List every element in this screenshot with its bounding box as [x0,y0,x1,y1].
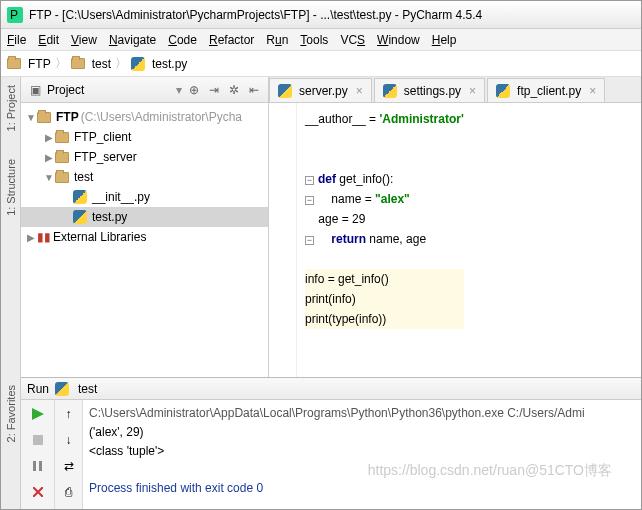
console-line: ('alex', 29) [89,425,144,439]
run-panel: Run test ↑ ↓ ⇄ ⎙ C:\Users\Administrator\… [21,377,641,509]
menu-window[interactable]: Window [377,33,420,47]
tab-label: ftp_client.py [517,84,581,98]
folder-icon [37,112,51,123]
tree-item[interactable]: ▶ FTP_client [21,127,268,147]
tree-item[interactable]: ▶ FTP_server [21,147,268,167]
menu-navigate[interactable]: Navigate [109,33,156,47]
breadcrumb-item[interactable]: test.py [152,57,187,71]
run-label: Run [27,382,49,396]
left-tool-tabs-bottom: 2: Favorites [1,377,21,509]
python-file-icon [73,210,87,224]
code-content[interactable]: __author__ = 'Administrator' −def get_in… [297,103,472,377]
main-area: 1: Project 1: Structure ▣ Project ▾ ⊕ ⇥ … [1,77,641,377]
window-title: FTP - [C:\Users\Administrator\PycharmPro… [29,8,482,22]
close-icon[interactable]: × [469,84,476,98]
console-line: <class 'tuple'> [89,444,164,458]
menu-file[interactable]: File [7,33,26,47]
svg-rect-3 [33,435,43,445]
close-icon[interactable]: × [356,84,363,98]
breadcrumb-item[interactable]: test [92,57,111,71]
chevron-icon: 〉 [115,55,127,72]
editor-tab[interactable]: settings.py× [374,78,485,102]
wrap-icon[interactable]: ⇄ [58,456,80,476]
collapse-icon[interactable]: ⇥ [206,82,222,98]
python-file-icon [496,84,510,98]
tree-item[interactable]: __init__.py [21,187,268,207]
close-button[interactable] [27,482,49,502]
svg-text:P: P [10,8,18,22]
folder-icon [55,172,69,183]
up-icon[interactable]: ↑ [58,404,80,424]
library-icon: ▮▮ [37,230,51,244]
side-tab-project[interactable]: 1: Project [3,81,19,135]
fold-icon[interactable]: − [305,196,314,205]
python-file-icon [278,84,292,98]
project-header: ▣ Project ▾ ⊕ ⇥ ✲ ⇤ [21,77,268,103]
menu-run[interactable]: Run [266,33,288,47]
breadcrumb: FTP 〉 test 〉 test.py [1,51,641,77]
tree-label: FTP_server [74,150,137,164]
dropdown-icon[interactable]: ▾ [176,83,182,97]
tree-item-selected[interactable]: test.py [21,207,268,227]
project-pane: ▣ Project ▾ ⊕ ⇥ ✲ ⇤ ▼ FTP (C:\Users\Admi… [21,77,269,377]
project-view-icon[interactable]: ▣ [27,82,43,98]
pause-button[interactable] [27,456,49,476]
editor-tab[interactable]: server.py× [269,78,372,102]
tree-root[interactable]: ▼ FTP (C:\Users\Administrator\Pycha [21,107,268,127]
menu-refactor[interactable]: Refactor [209,33,254,47]
run-button[interactable] [27,404,49,424]
target-icon[interactable]: ⊕ [186,82,202,98]
folder-icon [7,58,21,69]
console-output[interactable]: C:\Users\Administrator\AppData\Local\Pro… [83,400,641,509]
folder-icon [71,58,85,69]
menu-edit[interactable]: Edit [38,33,59,47]
down-icon[interactable]: ↓ [58,430,80,450]
svg-rect-5 [39,461,42,471]
run-config: test [78,382,97,396]
console-line: C:\Users\Administrator\AppData\Local\Pro… [89,406,585,420]
tree-item[interactable]: ▶ ▮▮ External Libraries [21,227,268,247]
tree-label: External Libraries [53,230,146,244]
tab-label: settings.py [404,84,461,98]
menu-help[interactable]: Help [432,33,457,47]
close-icon[interactable]: × [589,84,596,98]
gear-icon[interactable]: ✲ [226,82,242,98]
fold-icon[interactable]: − [305,236,314,245]
app-icon: P [7,7,23,23]
menu-vcs[interactable]: VCS [340,33,365,47]
menu-view[interactable]: View [71,33,97,47]
tree-label: test [74,170,93,184]
svg-marker-2 [32,408,44,420]
project-tree[interactable]: ▼ FTP (C:\Users\Administrator\Pycha ▶ FT… [21,103,268,377]
tree-item[interactable]: ▼ test [21,167,268,187]
stop-button[interactable] [27,430,49,450]
python-file-icon [73,190,87,204]
print-icon[interactable]: ⎙ [58,482,80,502]
folder-icon [55,132,69,143]
editor-tabs: server.py× settings.py× ftp_client.py× [269,77,641,103]
python-file-icon [55,382,69,396]
svg-rect-4 [33,461,36,471]
side-tab-structure[interactable]: 1: Structure [3,155,19,220]
python-file-icon [131,57,145,71]
run-toolbar [21,400,55,509]
code-editor[interactable]: __author__ = 'Administrator' −def get_in… [269,103,641,377]
console-line: Process finished with exit code 0 [89,481,263,495]
editor-area: server.py× settings.py× ftp_client.py× _… [269,77,641,377]
left-tool-tabs: 1: Project 1: Structure [1,77,21,377]
tree-label: FTP [56,110,79,124]
chevron-icon: 〉 [55,55,67,72]
tree-label: __init__.py [92,190,150,204]
side-tab-favorites[interactable]: 2: Favorites [3,381,19,446]
hide-icon[interactable]: ⇤ [246,82,262,98]
tab-label: server.py [299,84,348,98]
breadcrumb-item[interactable]: FTP [28,57,51,71]
fold-icon[interactable]: − [305,176,314,185]
menu-bar: File Edit View Navigate Code Refactor Ru… [1,29,641,51]
folder-icon [55,152,69,163]
menu-tools[interactable]: Tools [300,33,328,47]
editor-tab[interactable]: ftp_client.py× [487,78,605,102]
tree-label: test.py [92,210,127,224]
title-bar: P FTP - [C:\Users\Administrator\PycharmP… [1,1,641,29]
menu-code[interactable]: Code [168,33,197,47]
